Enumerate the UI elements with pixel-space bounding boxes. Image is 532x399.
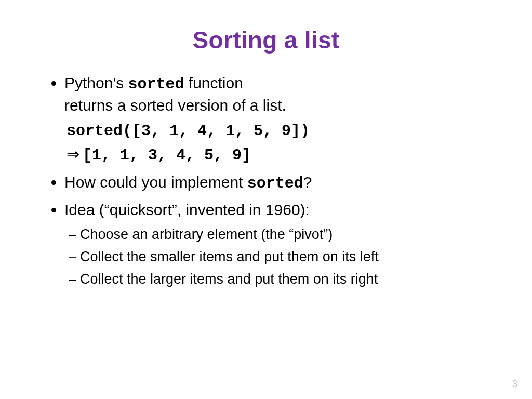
sub-bullet-2: Collect the smaller items and put them o… — [80, 247, 497, 267]
inline-code-sorted-2: sorted — [247, 175, 303, 192]
bullet-item-1: Python's sorted function returns a sorte… — [64, 73, 497, 167]
sub-bullet-3: Collect the larger items and put them on… — [80, 269, 497, 289]
slide: Sorting a list Python's sorted function … — [0, 0, 532, 399]
code-example: sorted([3, 1, 4, 1, 5, 9]) ⇒[1, 1, 3, 4,… — [66, 120, 497, 167]
bullet-2-lead: How could you implement — [64, 174, 247, 191]
bullet-list: Python's sorted function returns a sorte… — [35, 73, 497, 289]
bullet-1-continuation: returns a sorted version of a list. — [64, 97, 286, 114]
page-number: 3 — [512, 379, 517, 390]
sub-bullet-list: Choose an arbitrary element (the “pivot”… — [64, 224, 497, 289]
bullet-3-text: Idea (“quicksort”, invented in 1960): — [64, 201, 310, 218]
sub-bullet-1: Choose an arbitrary element (the “pivot”… — [80, 224, 497, 245]
bullet-item-2: How could you implement sorted? — [64, 172, 497, 194]
code-call-line: sorted([3, 1, 4, 1, 5, 9]) — [66, 120, 497, 143]
code-result-text: [1, 1, 3, 4, 5, 9] — [83, 147, 251, 164]
bullet-2-tail: ? — [303, 174, 312, 191]
arrow-icon: ⇒ — [66, 143, 79, 166]
inline-code-sorted: sorted — [128, 75, 184, 93]
slide-title: Sorting a list — [35, 26, 497, 54]
bullet-1-tail: function — [184, 74, 243, 91]
code-result-line: ⇒[1, 1, 3, 4, 5, 9] — [66, 143, 497, 167]
bullet-1-lead: Python's — [64, 74, 128, 91]
bullet-item-3: Idea (“quicksort”, invented in 1960): Ch… — [64, 200, 497, 290]
